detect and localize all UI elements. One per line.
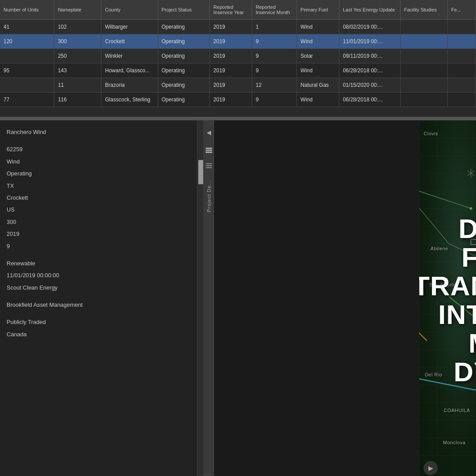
table-cell: 1: [252, 20, 297, 34]
ownership-type: Publicly Traded: [7, 317, 198, 327]
table-cell: 06/28/2018 00:...: [339, 63, 401, 78]
table-row[interactable]: 41102WilbargerOperating20191Wind08/02/20…: [0, 20, 476, 34]
detail-panel: Ranchero Wind 62259 Wind Operating TX Cr…: [0, 120, 205, 476]
country: US: [7, 205, 198, 215]
project-status: Operating: [7, 168, 198, 178]
table-section: Number of Units Nameplate County Project…: [0, 0, 476, 117]
list-icon: [205, 162, 213, 170]
table-cell: [400, 63, 447, 78]
col-header-county: County: [101, 0, 158, 20]
table-cell: [0, 49, 54, 63]
table-row[interactable]: 11BrazoriaOperating201912Natural Gas01/1…: [0, 78, 476, 93]
table-cell: [447, 93, 476, 107]
table-cell: [400, 49, 447, 63]
svg-rect-0: [205, 148, 212, 149]
col-header-month: Reported Inservice Month: [252, 0, 297, 20]
table-cell: 2019: [210, 49, 252, 63]
col-header-last-update: Last Yes Energy Update: [339, 0, 401, 20]
col-header-year: Reported Inservice Year: [210, 0, 252, 20]
county: Crockett: [7, 193, 198, 203]
list-icon-btn[interactable]: [203, 158, 214, 173]
last-update: 11/01/2019 00:00:00: [7, 270, 198, 280]
left-arrow-icon: ◀: [207, 129, 211, 136]
table-cell: 77: [0, 93, 54, 107]
table-cell: 102: [54, 20, 101, 34]
table-cell: 2019: [210, 34, 252, 49]
table-cell: Crockett: [101, 34, 158, 49]
table-cell: [400, 20, 447, 34]
fuel-type: Wind: [7, 156, 198, 167]
state: TX: [7, 181, 198, 191]
table-cell: 11/01/2019 00:...: [339, 34, 401, 49]
svg-rect-2: [205, 152, 212, 153]
project-details-tab-label: Project De...: [206, 180, 212, 212]
table-cell: Winkler: [101, 49, 158, 63]
parent-company: Brookfield Asset Management: [7, 300, 198, 310]
table-cell: Natural Gas: [297, 78, 339, 93]
table-cell: Wilbarger: [101, 20, 158, 34]
table-cell: Glasscock, Sterling: [101, 93, 158, 107]
table-cell: Operating: [158, 49, 210, 63]
col-header-facility: Facility Studies: [400, 0, 447, 20]
table-cell: [447, 49, 476, 63]
table-cell: 09/11/2019 00:...: [339, 49, 401, 63]
table-cell: [400, 34, 447, 49]
table-cell: [447, 34, 476, 49]
table-cell: 300: [54, 34, 101, 49]
table-cell: 9: [252, 34, 297, 49]
table-header-row: Number of Units Nameplate County Project…: [0, 0, 476, 20]
table-cell: Operating: [158, 20, 210, 34]
ercot-id: 62259: [7, 144, 198, 154]
table-row[interactable]: 250WinklerOperating20199Solar09/11/2019 …: [0, 49, 476, 63]
table-cell: [447, 78, 476, 93]
table-cell: 08/02/2019 00:...: [339, 20, 401, 34]
table-cell: 120: [0, 34, 54, 49]
table-row[interactable]: 95143Howard, Glassco...Operating20199Win…: [0, 63, 476, 78]
table-cell: 95: [0, 63, 54, 78]
panel-collapse-arrow[interactable]: ◀: [203, 125, 214, 140]
table-cell: 11: [54, 78, 101, 93]
table-cell: [400, 78, 447, 93]
table-cell: 9: [252, 93, 297, 107]
table-cell: 41: [0, 20, 54, 34]
media-control-btn[interactable]: ▶: [424, 461, 438, 475]
table-cell: Operating: [158, 63, 210, 78]
table-cell: 01/15/2020 00:...: [339, 78, 401, 93]
table-cell: [447, 63, 476, 78]
overlay-text-container: DATA FOR FURTHER TRANSPARENCY INTO POWER…: [419, 214, 476, 386]
col-header-extra: Fe...: [447, 0, 476, 20]
section-divider: [0, 117, 476, 120]
table-cell: 9: [252, 49, 297, 63]
layers-icon-btn[interactable]: [203, 142, 214, 158]
table-cell: 143: [54, 63, 101, 78]
table-cell: Solar: [297, 49, 339, 63]
fuel-category: Renewable: [7, 258, 198, 268]
table-cell: 06/28/2018 00:...: [339, 93, 401, 107]
col-header-status: Project Status: [158, 0, 210, 20]
table-cell: Brazoria: [101, 78, 158, 93]
table-cell: 250: [54, 49, 101, 63]
table-cell: Wind: [297, 93, 339, 107]
table-cell: Wind: [297, 63, 339, 78]
table-cell: 12: [252, 78, 297, 93]
play-icon: ▶: [428, 465, 433, 472]
table-cell: [447, 20, 476, 34]
table-row[interactable]: 120300CrockettOperating20199Wind11/01/20…: [0, 34, 476, 49]
three-dots-menu[interactable]: ···: [205, 471, 212, 476]
side-panel-tab[interactable]: ◀ Project De... ···: [203, 120, 214, 476]
table-cell: Wind: [297, 34, 339, 49]
table-row[interactable]: 77116Glasscock, SterlingOperating20199Wi…: [0, 93, 476, 107]
table-cell: 2019: [210, 78, 252, 93]
inservice-month: 9: [7, 241, 198, 251]
developer: Scout Clean Energy: [7, 283, 198, 293]
table-cell: 2019: [210, 93, 252, 107]
col-header-nameplate: Nameplate: [54, 0, 101, 20]
table-cell: [0, 78, 54, 93]
table-cell: 2019: [210, 63, 252, 78]
layers-icon: [205, 146, 213, 154]
table-cell: 2019: [210, 20, 252, 34]
table-cell: Operating: [158, 78, 210, 93]
table-cell: Operating: [158, 34, 210, 49]
col-header-fuel: Primary Fuel: [297, 0, 339, 20]
table-cell: Howard, Glassco...: [101, 63, 158, 78]
